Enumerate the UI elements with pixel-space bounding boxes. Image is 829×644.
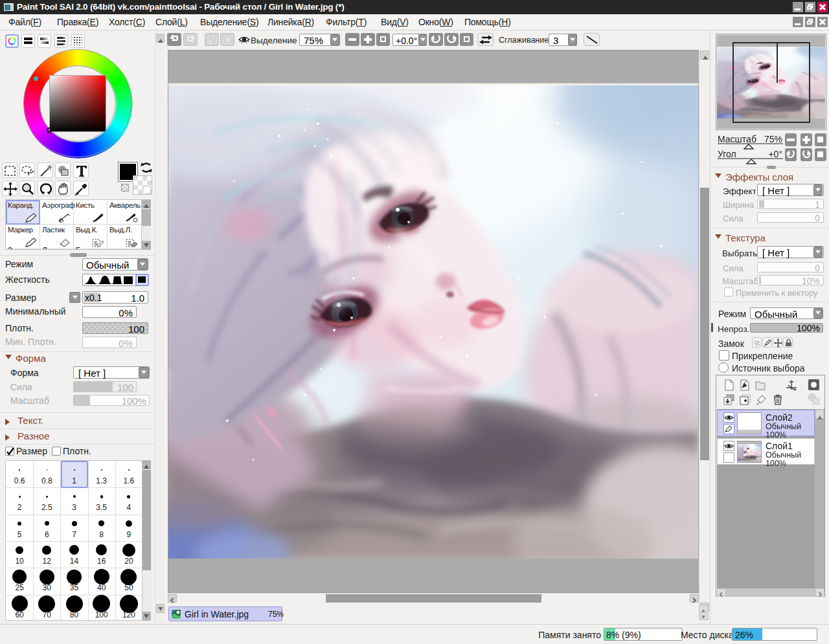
svg-text:S: S	[128, 240, 131, 247]
